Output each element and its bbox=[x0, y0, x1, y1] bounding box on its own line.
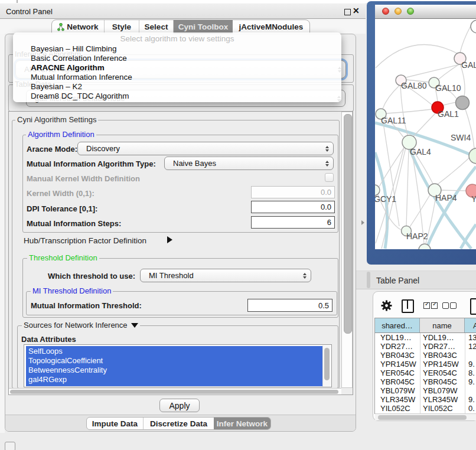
popup-item[interactable]: Bayesian – K2 bbox=[31, 82, 82, 92]
sources-group-label: Sources for Network Inference bbox=[22, 321, 140, 329]
which-threshold-combobox[interactable]: MI Threshold bbox=[140, 269, 311, 282]
tab-cyni-toolbox-label: Cyni Toolbox bbox=[178, 22, 229, 31]
popup-item[interactable]: Bayesian – Hill Climbing bbox=[31, 44, 117, 54]
kernel-width-field[interactable]: 0.0 bbox=[251, 186, 335, 198]
table-row[interactable]: YBR045CYBR045C9. bbox=[375, 377, 476, 386]
node-label: HAP2 bbox=[406, 231, 428, 241]
list-item[interactable]: TopologicalCoefficient bbox=[28, 356, 103, 365]
column-header-name[interactable]: name bbox=[420, 318, 465, 333]
table-row[interactable]: YDR27…YDR27…12 bbox=[375, 342, 476, 351]
hub-definition-label: Hub/Transcription Factor Definition bbox=[24, 236, 146, 245]
manual-kernel-label: Manual Kernel Width Definition bbox=[27, 174, 140, 183]
tab-select-label: Select bbox=[145, 22, 168, 31]
tab-select[interactable]: Select bbox=[139, 20, 174, 34]
tab-network[interactable]: Network bbox=[52, 20, 105, 34]
unchecked-box-icon[interactable] bbox=[442, 302, 449, 309]
tab-jactivemnodules-label: jActiveMNodules bbox=[239, 22, 304, 31]
data-attributes-label: Data Attributes bbox=[21, 335, 76, 344]
node-label: Y bbox=[471, 194, 476, 204]
list-item[interactable]: SelfLoops bbox=[28, 347, 63, 356]
list-scrollbar-thumb[interactable] bbox=[324, 348, 330, 380]
mi-threshold-value: 0.5 bbox=[318, 301, 329, 310]
column-divider bbox=[407, 301, 409, 309]
table-panel-titlebar: Table Panel bbox=[356, 270, 476, 289]
close-icon[interactable]: ✕ bbox=[353, 6, 360, 15]
tab-jactivemnodules[interactable]: jActiveMNodules bbox=[233, 20, 309, 34]
threshold-definition-label: Threshold Definition bbox=[27, 254, 99, 262]
combo-arrows-icon bbox=[325, 161, 329, 167]
data-attributes-list[interactable]: SelfLoops TopologicalCoefficient Between… bbox=[24, 344, 332, 387]
table-row[interactable]: YLR345WYLR345W9. bbox=[375, 395, 476, 404]
table-hscrollbar-track[interactable] bbox=[375, 413, 476, 420]
mi-type-value: Naive Bayes bbox=[173, 159, 216, 168]
tab-infer-network[interactable]: Infer Network bbox=[214, 418, 270, 429]
settings-vscrollbar-thumb[interactable] bbox=[344, 114, 352, 334]
tab-impute-data[interactable]: Impute Data bbox=[87, 418, 144, 429]
aracne-mode-combobox[interactable]: Discovery bbox=[77, 142, 334, 155]
column-header-label: A bbox=[473, 321, 476, 330]
node-label: HAP4 bbox=[435, 193, 457, 203]
dpi-tolerance-value: 0.0 bbox=[321, 203, 331, 211]
popup-item[interactable]: Mutual Information Inference bbox=[31, 73, 132, 82]
mi-steps-label: Mutual Information Steps: bbox=[27, 219, 121, 228]
popup-item[interactable]: Dream8 DC_TDC Algorithm bbox=[31, 92, 129, 101]
column-selector-icon[interactable] bbox=[402, 299, 414, 313]
dpi-tolerance-field[interactable]: 0.0 bbox=[251, 201, 335, 213]
node-label: GAL80 bbox=[401, 81, 427, 90]
settings-hscrollbar-track[interactable] bbox=[9, 388, 341, 394]
close-traffic-light[interactable] bbox=[382, 8, 389, 15]
node-label: GAL10 bbox=[435, 83, 461, 93]
column-header-label: name bbox=[432, 321, 452, 330]
unchecked-box-icon[interactable] bbox=[450, 302, 457, 309]
splitter-arrow-icon[interactable] bbox=[361, 220, 364, 225]
window-grip-icon[interactable] bbox=[5, 442, 15, 450]
apply-button[interactable]: Apply bbox=[159, 399, 200, 412]
tab-style[interactable]: Style bbox=[105, 20, 139, 34]
mi-steps-field[interactable]: 6 bbox=[251, 216, 335, 229]
settings-vscrollbar-track[interactable] bbox=[341, 112, 353, 388]
sources-collapse-arrow-icon[interactable] bbox=[131, 323, 138, 328]
list-scrollbar-track[interactable] bbox=[322, 345, 331, 387]
panel-divider-grip[interactable] bbox=[367, 272, 370, 288]
table-row[interactable]: YER054CYER054C8. bbox=[375, 369, 476, 377]
network-canvas[interactable]: GAL GAL80 GAL10 GAL1 GAL11 SWI4 GAL4 GCY… bbox=[375, 19, 476, 249]
checked-box-icon[interactable]: ✓ bbox=[423, 302, 430, 309]
list-item[interactable]: gal4RGexp bbox=[28, 375, 67, 384]
tab-cyni-toolbox[interactable]: Cyni Toolbox bbox=[174, 20, 233, 34]
tab-network-label: Network bbox=[67, 22, 98, 31]
mi-threshold-label: Mutual Information Threshold: bbox=[31, 301, 142, 310]
file-icon[interactable] bbox=[470, 298, 476, 315]
table-row[interactable]: YDL19…YDL19…13 bbox=[375, 333, 476, 342]
node-label: GCY1 bbox=[375, 194, 396, 204]
minimize-traffic-light[interactable] bbox=[395, 8, 402, 15]
mi-threshold-field[interactable]: 0.5 bbox=[247, 299, 332, 312]
column-header-shared-name[interactable]: shared… bbox=[375, 318, 420, 333]
settings-hscrollbar-thumb[interactable] bbox=[10, 390, 338, 394]
mi-type-combobox[interactable]: Naive Bayes bbox=[164, 156, 334, 170]
tab-discretize-data[interactable]: Discretize Data bbox=[144, 418, 214, 429]
zoom-traffic-light[interactable] bbox=[407, 8, 414, 15]
cyni-algorithm-settings-label: Cyni Algorithm Settings bbox=[15, 116, 98, 123]
table-panel-title: Table Panel bbox=[376, 276, 419, 285]
aracne-mode-label: Aracne Mode: bbox=[27, 145, 77, 154]
list-item[interactable]: BetweennessCentrality bbox=[28, 366, 107, 374]
gear-icon[interactable] bbox=[381, 300, 392, 311]
table-hscrollbar-thumb[interactable] bbox=[378, 415, 467, 420]
table-row[interactable]: YBL079WYBL079W bbox=[375, 386, 476, 395]
node-label: GAL4 bbox=[410, 147, 431, 156]
node-label: SWI4 bbox=[451, 133, 471, 142]
column-header-partial[interactable]: A bbox=[465, 318, 476, 333]
table-row[interactable]: YIL052CYIL052C0. bbox=[375, 404, 476, 413]
table-row[interactable]: YPR145WYPR145W9. bbox=[375, 360, 476, 369]
hub-expand-arrow-icon[interactable] bbox=[167, 236, 172, 243]
control-panel-titlebar: Control Panel ✕ bbox=[0, 3, 366, 19]
sources-title: Sources for Network Inference bbox=[24, 321, 128, 330]
float-icon[interactable] bbox=[344, 9, 351, 15]
table-row[interactable]: YBR043CYBR043C bbox=[375, 351, 476, 360]
manual-kernel-checkbox[interactable] bbox=[325, 173, 334, 182]
popup-item-selected[interactable]: ARACNE Algorithm bbox=[31, 63, 105, 73]
popup-item[interactable]: Basic Correlation Inference bbox=[31, 54, 127, 63]
combo-arrows-icon bbox=[303, 273, 307, 279]
checked-box-icon[interactable]: ✓ bbox=[431, 302, 438, 309]
tab-discretize-data-label: Discretize Data bbox=[150, 419, 207, 428]
